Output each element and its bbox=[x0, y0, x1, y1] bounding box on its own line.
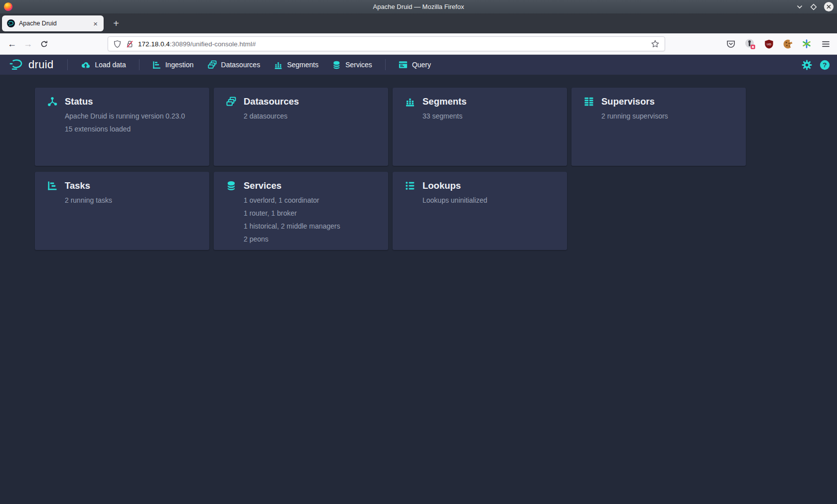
segments-card[interactable]: Segments 33 segments bbox=[393, 88, 567, 166]
nav-label: Query bbox=[412, 61, 431, 69]
status-card[interactable]: Status Apache Druid is running version 0… bbox=[35, 88, 209, 166]
brand-wordmark: druid bbox=[28, 58, 53, 71]
card-line: 2 peons bbox=[244, 236, 378, 243]
card-line: 33 segments bbox=[422, 113, 557, 120]
graph-icon bbox=[47, 97, 57, 107]
grouped-bar-chart-icon bbox=[405, 97, 415, 107]
cookie-icon[interactable] bbox=[782, 38, 793, 49]
datasources-card[interactable]: Datasources 2 datasources bbox=[214, 88, 388, 166]
card-line: 15 extensions loaded bbox=[65, 126, 199, 132]
gantt-chart-icon bbox=[47, 181, 57, 191]
lookups-card[interactable]: Lookups Lookups uninitialized bbox=[393, 172, 567, 250]
application-icon bbox=[399, 60, 408, 69]
card-title: Segments bbox=[422, 96, 466, 107]
card-line: 1 router, 1 broker bbox=[244, 210, 378, 217]
nav-query[interactable]: Query bbox=[392, 55, 438, 75]
url-path: :30899/unified-console.html# bbox=[170, 40, 256, 48]
nav-label: Datasources bbox=[221, 61, 261, 69]
card-title: Tasks bbox=[65, 180, 90, 191]
services-card[interactable]: Services 1 overlord, 1 coordinator 1 rou… bbox=[214, 172, 388, 250]
back-button[interactable]: ← bbox=[4, 36, 20, 52]
multi-select-icon bbox=[208, 60, 217, 69]
pocket-icon[interactable] bbox=[725, 38, 736, 49]
druid-logo[interactable]: druid bbox=[9, 58, 61, 72]
list-columns-icon bbox=[584, 97, 594, 107]
card-line: Apache Druid is running version 0.23.0 bbox=[65, 113, 199, 120]
bookmark-star-icon[interactable] bbox=[651, 39, 660, 48]
druid-header: druid Load data bbox=[0, 55, 837, 75]
url-text: 172.18.0.4:30899/unified-console.html# bbox=[138, 40, 651, 48]
card-line: 2 running supervisors bbox=[601, 113, 736, 120]
card-title: Lookups bbox=[422, 180, 461, 191]
window-title: Apache Druid — Mozilla Firefox bbox=[373, 3, 464, 10]
cloud-upload-icon bbox=[81, 60, 90, 70]
tab-close-icon[interactable]: × bbox=[90, 20, 101, 27]
nav-datasources[interactable]: Datasources bbox=[201, 55, 268, 75]
url-input[interactable]: 172.18.0.4:30899/unified-console.html# bbox=[108, 36, 665, 51]
tab-bar: Apache Druid × + bbox=[0, 13, 837, 33]
timeline-bar-chart-icon bbox=[152, 61, 161, 69]
nav-label: Load data bbox=[95, 61, 126, 69]
nav-label: Segments bbox=[287, 61, 318, 69]
navigation-toolbar: ← → 172.18.0.4:30899/unified-console bbox=[0, 33, 837, 55]
cards-grid: Status Apache Druid is running version 0… bbox=[35, 88, 837, 250]
properties-icon bbox=[405, 181, 415, 191]
maximize-button[interactable] bbox=[810, 3, 818, 11]
card-line: 1 overlord, 1 coordinator bbox=[244, 197, 378, 204]
tab-title: Apache Druid bbox=[19, 20, 90, 27]
header-separator bbox=[385, 59, 386, 70]
nav-ingestion[interactable]: Ingestion bbox=[145, 55, 201, 75]
url-host: 172.18.0.4 bbox=[138, 40, 170, 48]
ublock-shield-icon[interactable]: UO bbox=[763, 38, 774, 49]
card-title: Status bbox=[65, 96, 93, 107]
header-separator bbox=[139, 59, 140, 70]
new-tab-button[interactable]: + bbox=[109, 16, 124, 31]
tracking-protection-shield-icon[interactable] bbox=[113, 40, 122, 48]
titlebar: Apache Druid — Mozilla Firefox bbox=[0, 0, 837, 13]
card-title: Services bbox=[244, 180, 281, 191]
druid-swirl-icon bbox=[9, 58, 24, 72]
app-menu-icon[interactable] bbox=[820, 38, 831, 49]
nav-label: Ingestion bbox=[165, 61, 194, 69]
close-window-button[interactable] bbox=[824, 1, 834, 12]
card-line: 1 historical, 2 middle managers bbox=[244, 223, 378, 230]
grouped-bar-chart-icon bbox=[274, 61, 282, 69]
multi-select-icon bbox=[226, 97, 236, 107]
card-title: Datasources bbox=[244, 96, 299, 107]
nav-services[interactable]: Services bbox=[325, 55, 379, 75]
card-title: Supervisors bbox=[601, 96, 655, 107]
supervisors-card[interactable]: Supervisors 2 running supervisors bbox=[571, 88, 746, 166]
card-line: Lookups uninitialized bbox=[422, 197, 557, 204]
svg-text:?: ? bbox=[823, 61, 827, 69]
nav-segments[interactable]: Segments bbox=[267, 55, 325, 75]
database-icon bbox=[332, 61, 341, 69]
colored-asterisk-icon[interactable] bbox=[801, 38, 812, 49]
nav-load-data[interactable]: Load data bbox=[74, 55, 133, 75]
tasks-card[interactable]: Tasks 2 running tasks bbox=[35, 172, 209, 250]
extension-with-badge-icon[interactable] bbox=[744, 38, 755, 49]
nav-label: Services bbox=[345, 61, 372, 69]
forward-button: → bbox=[20, 36, 36, 52]
card-line: 2 running tasks bbox=[65, 197, 199, 204]
firefox-window: Apache Druid — Mozilla Firefox bbox=[0, 0, 837, 504]
help-icon[interactable]: ? bbox=[819, 59, 830, 70]
tab-favicon-druid-icon bbox=[7, 19, 15, 27]
console-home: Status Apache Druid is running version 0… bbox=[0, 75, 837, 504]
firefox-logo-icon bbox=[3, 2, 13, 11]
minimize-button[interactable] bbox=[796, 3, 804, 11]
database-icon bbox=[226, 181, 236, 191]
svg-text:UO: UO bbox=[766, 42, 771, 45]
settings-gear-icon[interactable] bbox=[801, 59, 812, 70]
card-line: 2 datasources bbox=[244, 113, 378, 120]
reload-button[interactable] bbox=[36, 36, 52, 52]
header-separator bbox=[67, 59, 68, 70]
tab-apache-druid[interactable]: Apache Druid × bbox=[2, 15, 104, 31]
insecure-lock-icon[interactable] bbox=[126, 40, 134, 48]
